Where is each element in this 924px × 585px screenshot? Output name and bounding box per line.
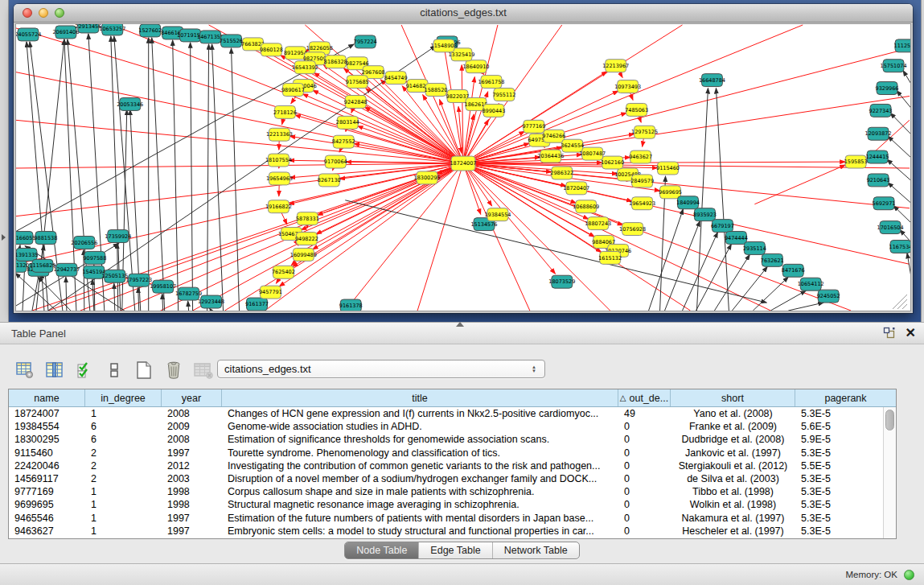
close-window-button[interactable]	[23, 8, 32, 18]
graph-node[interactable]: 9329966	[876, 82, 899, 95]
graph-node[interactable]: 17359924	[105, 230, 131, 243]
graph-node[interactable]: 5878331	[296, 212, 319, 225]
graph-node[interactable]: 12213363	[266, 128, 293, 141]
graph-node[interactable]: 17957223	[125, 274, 152, 286]
graph-node[interactable]: 19958107	[150, 280, 176, 293]
column-header-out-degree[interactable]: △ out_de...	[618, 389, 671, 406]
graph-node[interactable]: 16648784	[699, 74, 725, 87]
panel-splitter-grip[interactable]	[456, 322, 464, 327]
tab-network-table[interactable]: Network Table	[493, 542, 579, 558]
graph-node[interactable]: 9097588	[83, 251, 106, 264]
graph-node[interactable]: 18724007	[450, 156, 476, 171]
select-rows-button[interactable]	[74, 360, 95, 381]
graph-node[interactable]: 9474444	[725, 232, 748, 245]
column-header-pagerank[interactable]: pagerank	[795, 389, 896, 406]
close-panel-button[interactable]: ✕	[906, 326, 916, 340]
table-selector-dropdown[interactable]: citations_edges.txt ▲▼	[217, 360, 545, 378]
graph-node[interactable]: 1527602	[138, 24, 162, 37]
delete-table-button[interactable]	[193, 360, 214, 381]
show-columns-button[interactable]	[44, 360, 65, 381]
graph-node[interactable]: 10973493	[614, 80, 641, 93]
graph-node[interactable]: 1244415	[866, 150, 889, 163]
graph-node[interactable]: 20206556	[71, 237, 97, 249]
graph-node[interactable]: 1595853	[844, 155, 868, 168]
graph-node[interactable]: 25166055	[16, 232, 35, 245]
graph-node[interactable]: 19166822	[265, 200, 292, 213]
graph-node[interactable]: 16543392	[292, 61, 318, 74]
graph-node[interactable]: 9227343	[869, 104, 893, 117]
graph-node[interactable]: 7625402	[272, 266, 295, 278]
table-row[interactable]: 977716911998Corpus callosum shape and si…	[9, 485, 883, 498]
minimize-window-button[interactable]	[39, 8, 48, 18]
table-row[interactable]: 2242004622012Investigating the contribut…	[9, 459, 883, 472]
graph-node[interactable]: 8267130	[318, 174, 341, 187]
graph-node[interactable]: 2849579	[630, 175, 654, 187]
graph-node[interactable]: 6679197	[711, 220, 734, 233]
graph-node[interactable]: 12942737	[53, 263, 80, 276]
graph-node[interactable]: 9881538	[34, 232, 57, 245]
graph-node[interactable]: 18073529	[548, 275, 575, 288]
table-row[interactable]: 911546021997Tourette syndrome. Phenomeno…	[9, 447, 883, 459]
graph-node[interactable]: 1840994	[676, 196, 700, 209]
column-header-name[interactable]: name	[9, 389, 85, 406]
network-canvas[interactable]: 2405572420691406229134561065325715276028…	[15, 23, 911, 311]
column-header-title[interactable]: title	[222, 389, 618, 406]
graph-node[interactable]: 10807487	[579, 147, 606, 160]
graph-node[interactable]: 1167534	[889, 240, 910, 253]
graph-node[interactable]: 9242848	[344, 96, 368, 109]
graph-node[interactable]: 15751074	[881, 60, 907, 72]
row-view-mode-button[interactable]	[104, 360, 125, 381]
network-window-titlebar[interactable]: citations_edges.txt	[14, 4, 913, 23]
graph-node[interactable]: 22913456	[75, 24, 101, 33]
graph-node[interactable]: 12975125	[631, 126, 658, 138]
graph-node[interactable]: 9746266	[542, 130, 565, 142]
graph-node[interactable]: 8454749	[384, 72, 408, 84]
graph-node[interactable]: 20053346	[117, 97, 143, 110]
zoom-window-button[interactable]	[55, 8, 64, 18]
column-header-short[interactable]: short	[671, 389, 795, 406]
graph-node[interactable]: 8935923	[693, 208, 717, 221]
graph-node[interactable]: 9890617	[281, 84, 305, 97]
graph-node[interactable]: 12505135	[101, 270, 128, 282]
graph-node[interactable]: 18300295	[414, 171, 441, 184]
graph-node[interactable]: 2935114	[743, 241, 766, 254]
graph-node[interactable]: 5692971	[873, 197, 896, 210]
graph-node[interactable]: 12093872	[865, 127, 892, 140]
right-splitter[interactable]	[921, 0, 924, 322]
table-settings-button[interactable]	[14, 360, 35, 381]
column-header-in-degree[interactable]: in_degree	[85, 389, 162, 406]
float-panel-button[interactable]	[883, 327, 896, 340]
graph-node[interactable]: 7515526	[220, 35, 243, 47]
delete-column-button[interactable]	[163, 360, 184, 381]
table-row[interactable]: 1872400712008Changes of HCN gene express…	[9, 407, 883, 420]
create-column-button[interactable]	[133, 360, 154, 381]
graph-node[interactable]: 18807243	[585, 217, 611, 230]
graph-node[interactable]: 10688609	[573, 200, 599, 213]
graph-node[interactable]: 9777169	[522, 120, 545, 133]
graph-node[interactable]: 1062160	[601, 156, 624, 169]
graph-node[interactable]: 11548908	[431, 39, 458, 52]
table-row[interactable]: 946554611997Estimation of the future num…	[9, 512, 883, 525]
graph-node[interactable]: 16961758	[478, 76, 504, 89]
graph-node[interactable]: 12213967	[602, 60, 629, 72]
graph-node[interactable]: 8471676	[782, 264, 805, 277]
table-row[interactable]: 1830029562008Estimation of significance …	[9, 433, 883, 446]
column-header-year[interactable]: year	[162, 389, 222, 406]
graph-node[interactable]: 20364436	[537, 150, 564, 163]
graph-node[interactable]: 8990443	[482, 104, 505, 117]
graph-node[interactable]: 18107554	[265, 154, 292, 167]
left-splitter[interactable]	[0, 0, 9, 322]
graph-node[interactable]: 2803144	[336, 116, 359, 129]
graph-node[interactable]: 19654963	[266, 172, 293, 185]
graph-node[interactable]: 8186328	[324, 56, 347, 68]
graph-node[interactable]: 9498222	[295, 233, 318, 245]
graph-node[interactable]: 10653257	[99, 24, 125, 35]
graph-node[interactable]: 9860128	[260, 43, 283, 56]
graph-node[interactable]: 1112505	[894, 39, 910, 52]
graph-node[interactable]: 7957224	[354, 35, 377, 48]
graph-node[interactable]: 7632621	[761, 253, 784, 266]
graph-node[interactable]: 9457791	[259, 286, 282, 299]
graph-node[interactable]: 2718126	[273, 105, 297, 118]
graph-node[interactable]: 7955112	[492, 89, 515, 101]
graph-node[interactable]: 1588520	[425, 84, 448, 97]
